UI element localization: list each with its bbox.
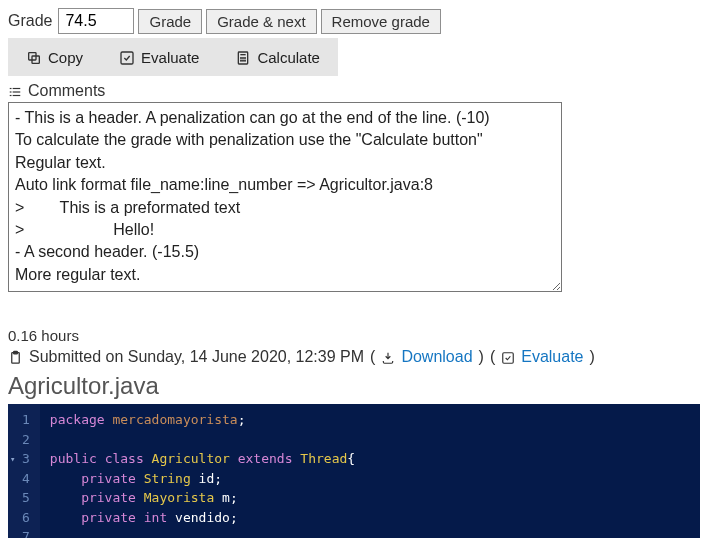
hours-text: 0.16 hours: [8, 327, 700, 344]
remove-grade-button[interactable]: Remove grade: [321, 9, 441, 34]
code-block: 123456789 package mercadomayorista; publ…: [8, 404, 700, 538]
grade-button[interactable]: Grade: [138, 9, 202, 34]
line-number: 7: [22, 527, 30, 538]
calculate-label: Calculate: [257, 49, 320, 66]
code-line: private int vendido;: [50, 508, 690, 528]
comments-header: Comments: [8, 82, 700, 100]
svg-point-9: [243, 60, 244, 61]
svg-point-7: [245, 58, 246, 59]
download-icon: [381, 348, 395, 366]
grade-label: Grade: [8, 12, 52, 30]
line-number: 4: [22, 469, 30, 489]
svg-point-10: [245, 60, 246, 61]
calculator-icon: [235, 48, 251, 66]
evaluate-label: Evaluate: [141, 49, 199, 66]
evaluate-button[interactable]: Evaluate: [101, 38, 217, 76]
line-number: 2: [22, 430, 30, 450]
copy-button[interactable]: Copy: [8, 38, 101, 76]
download-link[interactable]: Download: [401, 348, 472, 366]
svg-rect-18: [14, 352, 18, 355]
grade-row: Grade Grade Grade & next Remove grade: [8, 8, 700, 34]
svg-point-5: [241, 58, 242, 59]
code-line: [50, 430, 690, 450]
svg-rect-15: [10, 95, 12, 96]
svg-rect-2: [121, 52, 133, 64]
code-gutter: 123456789: [8, 404, 40, 538]
svg-rect-14: [13, 91, 21, 92]
svg-point-6: [243, 58, 244, 59]
code-line: public class Agricultor extends Thread{: [50, 449, 690, 469]
svg-point-8: [241, 60, 242, 61]
file-title: Agricultor.java: [8, 372, 700, 400]
check-icon: [119, 48, 135, 66]
toolbar: Copy Evaluate Calculate: [8, 38, 700, 76]
line-number: 3: [22, 449, 30, 469]
grade-next-button[interactable]: Grade & next: [206, 9, 316, 34]
submitted-row: Submitted on Sunday, 14 June 2020, 12:39…: [8, 348, 700, 366]
check-icon-small: [501, 348, 515, 366]
line-number: 6: [22, 508, 30, 528]
copy-icon: [26, 48, 42, 66]
svg-rect-16: [13, 95, 21, 96]
comments-label: Comments: [28, 82, 105, 100]
line-number: 1: [22, 410, 30, 430]
code-body: package mercadomayorista; public class A…: [40, 404, 700, 538]
clipboard-icon: [8, 348, 23, 366]
submitted-text: Submitted on Sunday, 14 June 2020, 12:39…: [29, 348, 364, 366]
evaluate-link[interactable]: Evaluate: [521, 348, 583, 366]
svg-rect-13: [10, 91, 12, 92]
code-line: private String id;: [50, 469, 690, 489]
code-line: package mercadomayorista;: [50, 410, 690, 430]
svg-rect-19: [503, 353, 514, 364]
copy-label: Copy: [48, 49, 83, 66]
code-line: [50, 527, 690, 538]
comments-textarea[interactable]: [8, 102, 562, 292]
calculate-button[interactable]: Calculate: [217, 38, 338, 76]
code-line: private Mayorista m;: [50, 488, 690, 508]
line-number: 5: [22, 488, 30, 508]
svg-rect-11: [10, 88, 12, 89]
list-icon: [8, 82, 22, 100]
svg-rect-12: [13, 88, 21, 89]
grade-input[interactable]: [58, 8, 134, 34]
